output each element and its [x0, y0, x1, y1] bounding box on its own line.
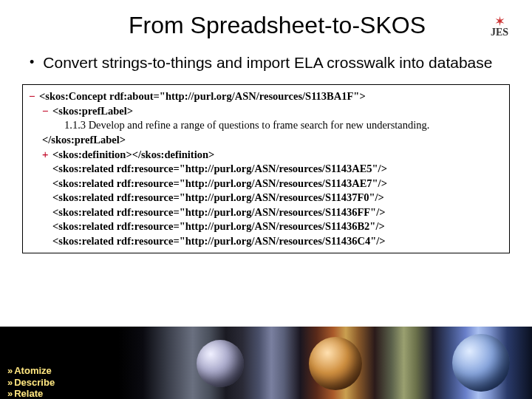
attr-value: "http://purl.org/ASN/resources/S11436C4" [180, 235, 377, 247]
tag: /> [376, 206, 385, 218]
tag: <skos:related rdf:resource= [52, 220, 180, 232]
attr-value: "http://purl.org/ASN/resources/S1143AE7" [180, 177, 378, 189]
attr-value: "http://purl.org/ASN/resources/S11436FF" [180, 206, 377, 218]
tag: <skos:definition></skos:definition> [52, 149, 214, 160]
footer-item-label: Atomize [14, 365, 52, 376]
tag: <skos:Concept rdf:about= [39, 90, 160, 102]
attr-value: "http://purl.org/ASN/resources/S113BA1F" [160, 90, 360, 102]
tag: <skos:prefLabel> [52, 105, 133, 117]
footer-item: »Relate [7, 388, 55, 399]
tag: /> [378, 163, 387, 174]
tag: /> [376, 235, 385, 247]
code-line: + <skos:related rdf:resource="http://pur… [29, 177, 503, 191]
attr-value: "http://purl.org/ASN/resources/S11437F0" [180, 191, 375, 203]
footer-item: »Describe [7, 377, 55, 389]
tag: /> [378, 177, 387, 189]
footer-list: »Atomize »Describe »Relate [7, 365, 55, 399]
footer-marbles-image [118, 327, 532, 399]
tag: <skos:related rdf:resource= [52, 163, 180, 174]
page-title: From Spreadsheet-to-SKOS [52, 12, 502, 39]
tag: <skos:related rdf:resource= [52, 235, 180, 247]
attr-value: "http://purl.org/ASN/resources/S11436B2" [180, 220, 376, 232]
tag: <skos:related rdf:resource= [52, 191, 180, 203]
bullet-text: Convert strings-to-things and import ELA… [43, 52, 492, 72]
footer-band: »Atomize »Describe »Relate [0, 327, 532, 399]
tag: > [359, 90, 365, 102]
footer-item-label: Relate [14, 388, 43, 399]
code-line: 1.1.3 Develop and refine a range of ques… [29, 118, 503, 133]
code-line: + <skos:related rdf:resource="http://pur… [29, 205, 503, 220]
code-line: + <skos:related rdf:resource="http://pur… [29, 234, 503, 249]
tag: <skos:related rdf:resource= [52, 206, 180, 218]
code-line: + <skos:related rdf:resource="http://pur… [29, 219, 503, 234]
code-line: + <skos:definition></skos:definition> [29, 148, 503, 163]
logo-text: JES [491, 27, 508, 38]
attr-value: "http://purl.org/ASN/resources/S1143AE5" [180, 163, 378, 174]
code-line: </skos:prefLabel> [29, 133, 503, 148]
marble-icon [197, 340, 244, 387]
tag: /> [375, 191, 384, 203]
code-box: − <skos:Concept rdf:about="http://purl.o… [22, 84, 510, 253]
tag: <skos:related rdf:resource= [52, 177, 180, 189]
code-line: + <skos:related rdf:resource="http://pur… [29, 162, 503, 177]
bullet-item: • Convert strings-to-things and import E… [30, 52, 502, 72]
logo: ✶ JES [482, 10, 517, 43]
code-line: + <skos:related rdf:resource="http://pur… [29, 191, 503, 205]
code-line: − <skos:prefLabel> [29, 104, 503, 119]
tag: </skos:prefLabel> [42, 134, 126, 146]
code-line: − <skos:Concept rdf:about="http://purl.o… [29, 89, 503, 104]
tag: /> [375, 220, 384, 232]
footer-item-label: Describe [14, 377, 55, 388]
bullet-dot-icon: • [30, 52, 34, 72]
footer-item: »Atomize [7, 365, 55, 377]
